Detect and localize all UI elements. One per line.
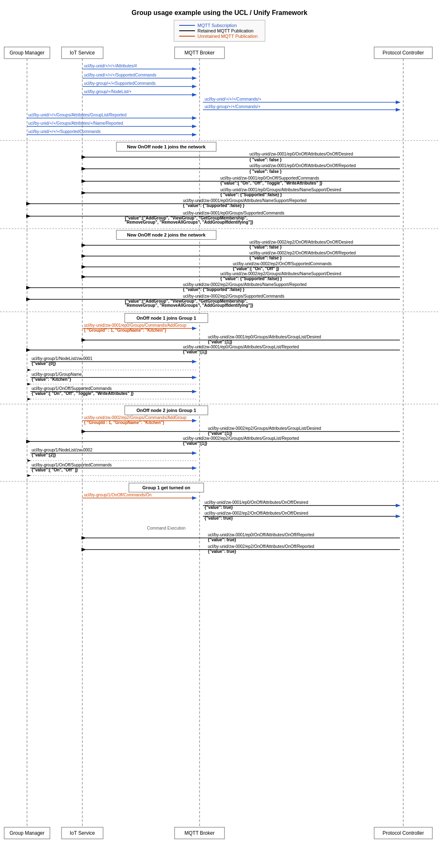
diagram-container: Group usage example using the UCL / Unif… [0,0,439,856]
svg-text:ucl/by-unid/zw-0002/ep2/Groups: ucl/by-unid/zw-0002/ep2/Groups/Attribute… [183,282,306,287]
svg-text:ucl/by-unid/+/+/Groups/Attribu: ucl/by-unid/+/+/Groups/Attributes/+/Name… [28,121,123,126]
svg-text:{"value":[1]}: {"value":[1]} [208,431,232,436]
svg-text:{ "GroupId" : 1, "GroupName": : { "GroupId" : 1, "GroupName": "Kitchen"} [84,328,166,333]
svg-text:{"value":[ "On", "Off" ]}: {"value":[ "On", "Off" ]} [32,468,78,472]
svg-text:ucl/by-unid/zw-0002/ep2/Groups: ucl/by-unid/zw-0002/ep2/Groups/Attribute… [208,426,321,431]
svg-text:ucl/by-unid/zw-0001/ep0/Groups: ucl/by-unid/zw-0001/ep0/Groups/Attribute… [220,187,341,192]
svg-text:ucl/by-unid/zw-0002/ep2/Groups: ucl/by-unid/zw-0002/ep2/Groups/Attribute… [183,436,299,441]
svg-text:{"value": true}: {"value": true} [208,549,236,554]
svg-text:ucl/by-group/1/GroupName: ucl/by-group/1/GroupName [32,372,82,377]
page-title: Group usage example using the UCL / Unif… [0,4,439,20]
svg-text:New OnOff node 1 joins the net: New OnOff node 1 joins the network [127,144,206,149]
svg-text:ucl/by-unid/zw-0001/ep0/OnOff/: ucl/by-unid/zw-0001/ep0/OnOff/Attributes… [249,152,353,156]
svg-text:{"value":[2]}: {"value":[2]} [32,453,56,457]
legend-item-unretained: Unretained MQTT Publication [179,34,260,39]
svg-text:{ "value": false }: { "value": false } [249,245,281,249]
svg-text:IoT Service: IoT Service [70,50,95,56]
svg-text:New OnOff node 2 joins the net: New OnOff node 2 joins the network [127,232,206,237]
svg-text:ucl/by-unid/zw-0001/ep0/Groups: ucl/by-unid/zw-0001/ep0/Groups/Commands/… [84,323,187,328]
svg-text:ucl/by-group/1/OnOff/Supported: ucl/by-group/1/OnOff/SupportedCommands [32,386,112,391]
svg-text:ucl/by-unid/+/+/+/SupportedCom: ucl/by-unid/+/+/+/SupportedCommands [84,73,156,77]
svg-text:ucl/by-unid/zw-0001/ep0/OnOff/: ucl/by-unid/zw-0001/ep0/OnOff/SupportedC… [220,176,319,180]
svg-text:ucl/by-unid/+/+/Groups/Attribu: ucl/by-unid/+/+/Groups/Attributes/GroupL… [28,113,126,117]
svg-text:ucl/by-unid/zw-0001/ep0/Groups: ucl/by-unid/zw-0001/ep0/Groups/Attribute… [183,198,306,203]
svg-text:OnOff node 2 joins Group 1: OnOff node 2 joins Group 1 [136,408,196,413]
legend-item-retained: Retained MQTT Publication [179,28,260,33]
legend-item-subscription: MQTT Subscription [179,23,260,28]
svg-text:Group Manager: Group Manager [10,50,44,56]
sequence-diagram: Group Manager IoT Service MQTT Broker Pr… [0,45,439,851]
svg-text:{"value": true}: {"value": true} [205,505,233,510]
svg-text:Protocol Controller: Protocol Controller [382,830,424,836]
legend: MQTT Subscription Retained MQTT Publicat… [174,20,265,42]
svg-text:ucl/by-group/1/OnOff/Commands/: ucl/by-group/1/OnOff/Commands/On [84,493,152,497]
svg-text:"RemoveGroup", "RemoveAllGroup: "RemoveGroup", "RemoveAllGroups", "AddGr… [125,220,253,224]
svg-text:{"value":[1]}: {"value":[1]} [183,441,207,446]
svg-text:ucl/by-group/+/+/Commands/+: ucl/by-group/+/+/Commands/+ [205,104,261,109]
svg-text:{ "value": false }: { "value": false } [249,256,281,260]
svg-text:Group 1 get turned on: Group 1 get turned on [142,485,190,490]
svg-text:{"value":[ "On", "Off", "Toggl: {"value":[ "On", "Off", "Toggle", "Write… [220,181,322,185]
svg-text:{"value":[ "On", "Off", "Toggl: {"value":[ "On", "Off", "Toggle", "Write… [32,391,133,396]
svg-text:ucl/by-unid/zw-0001/ep0/OnOff/: ucl/by-unid/zw-0001/ep0/OnOff/Attributes… [205,500,308,505]
svg-text:ucl/by-group/1/NodeList/zw-000: ucl/by-group/1/NodeList/zw-0001 [32,356,93,361]
svg-text:ucl/by-group/1/NodeList/zw-000: ucl/by-group/1/NodeList/zw-0002 [32,448,93,452]
svg-text:IoT Service: IoT Service [70,830,95,836]
svg-text:ucl/by-unid/zw-0002/ep2/Groups: ucl/by-unid/zw-0002/ep2/Groups/Attribute… [220,271,341,276]
svg-text:ucl/by-unid/zw-0001/ep0/Groups: ucl/by-unid/zw-0001/ep0/Groups/Attribute… [208,335,321,339]
svg-text:{"value": true}: {"value": true} [205,516,233,520]
svg-text:{"value":[ "On", "Off" ]}: {"value":[ "On", "Off" ]} [233,266,279,271]
svg-text:OnOff node 1 joins Group 1: OnOff node 1 joins Group 1 [136,316,196,321]
svg-text:Command Execution: Command Execution [147,526,186,530]
svg-text:Protocol Controller: Protocol Controller [382,50,424,56]
svg-text:{ "value": {"Supported":false}: { "value": {"Supported":false} } [183,287,244,292]
svg-text:ucl/by-unid/+/+/+/SupportedCom: ucl/by-unid/+/+/+/SupportedCommands [28,129,101,134]
svg-text:{"value":[1]}: {"value":[1]} [183,350,207,354]
svg-text:ucl/by-unid/zw-0002/ep2/OnOff/: ucl/by-unid/zw-0002/ep2/OnOff/Attributes… [205,511,308,515]
svg-text:ucl/by-unid/zw-0002/ep2/OnOff/: ucl/by-unid/zw-0002/ep2/OnOff/Attributes… [249,251,356,255]
svg-text:ucl/by-unid/zw-0001/ep0/OnOff/: ucl/by-unid/zw-0001/ep0/OnOff/Attributes… [249,163,356,168]
svg-text:{"value":[1]}: {"value":[1]} [208,340,232,344]
svg-text:{ "value": {"Supported":false}: { "value": {"Supported":false} } [183,203,244,208]
svg-text:"RemoveGroup", "RemoveAllGroup: "RemoveGroup", "RemoveAllGroups", "AddGr… [125,303,253,308]
svg-text:{ "value": {"Supported":false}: { "value": {"Supported":false} } [220,276,282,281]
svg-text:ucl/by-unid/+/+/+/Attributes/#: ucl/by-unid/+/+/+/Attributes/# [84,64,137,68]
svg-text:ucl/by-unid/zw-0001/ep0/OnOff/: ucl/by-unid/zw-0001/ep0/OnOff/Attributes… [208,533,314,537]
svg-text:MQTT Broker: MQTT Broker [185,50,215,56]
svg-text:{ "GroupId : 1, "GroupName": ": { "GroupId : 1, "GroupName": "Kitchen"} [84,420,164,425]
svg-text:ucl/by-unid/zw-0002/ep2/OnOff/: ucl/by-unid/zw-0002/ep2/OnOff/Attributes… [249,240,353,244]
svg-text:ucl/by-unid/zw-0002/ep2/OnOff/: ucl/by-unid/zw-0002/ep2/OnOff/SupportedC… [233,261,332,266]
svg-text:MQTT Broker: MQTT Broker [185,830,215,836]
svg-text:{"value": "Kitchen"}: {"value": "Kitchen"} [32,377,71,382]
svg-text:{"value":[0]}: {"value":[0]} [32,361,56,366]
svg-text:ucl/by-unid/zw-0002/ep2/Groups: ucl/by-unid/zw-0002/ep2/Groups/Commands/… [84,415,187,420]
svg-text:ucl/by-group/1/OnOff/Supported: ucl/by-group/1/OnOff/SupportedCommands [32,463,112,467]
svg-text:{"value": true}: {"value": true} [208,538,236,542]
svg-text:ucl/by-unid/zw-0001/ep0/Groups: ucl/by-unid/zw-0001/ep0/Groups/Supported… [183,211,284,215]
svg-text:ucl/by-unid/zw-0001/ep0/Groups: ucl/by-unid/zw-0001/ep0/Groups/Attribute… [183,345,299,349]
svg-text:ucl/by-unid/zw-0002/ep2/Groups: ucl/by-unid/zw-0002/ep2/Groups/Supported… [183,294,284,298]
svg-text:{ "value": false }: { "value": false } [249,169,281,174]
svg-text:{ "value": false }: { "value": false } [249,158,281,162]
svg-text:{ "value": {"Supported":false}: { "value": {"Supported":false} } [220,192,282,197]
svg-text:Group Manager: Group Manager [10,830,44,836]
svg-text:ucl/by-group/+/NodeList/+: ucl/by-group/+/NodeList/+ [84,89,132,94]
svg-text:ucl/by-unid/+/+/+/Commands/+: ucl/by-unid/+/+/+/Commands/+ [205,97,261,101]
svg-text:ucl/by-group/+/+/SupportedComm: ucl/by-group/+/+/SupportedCommands [84,81,155,86]
svg-text:ucl/by-unid/zw-0002/ep2/OnOff/: ucl/by-unid/zw-0002/ep2/OnOff/Attributes… [208,544,314,549]
